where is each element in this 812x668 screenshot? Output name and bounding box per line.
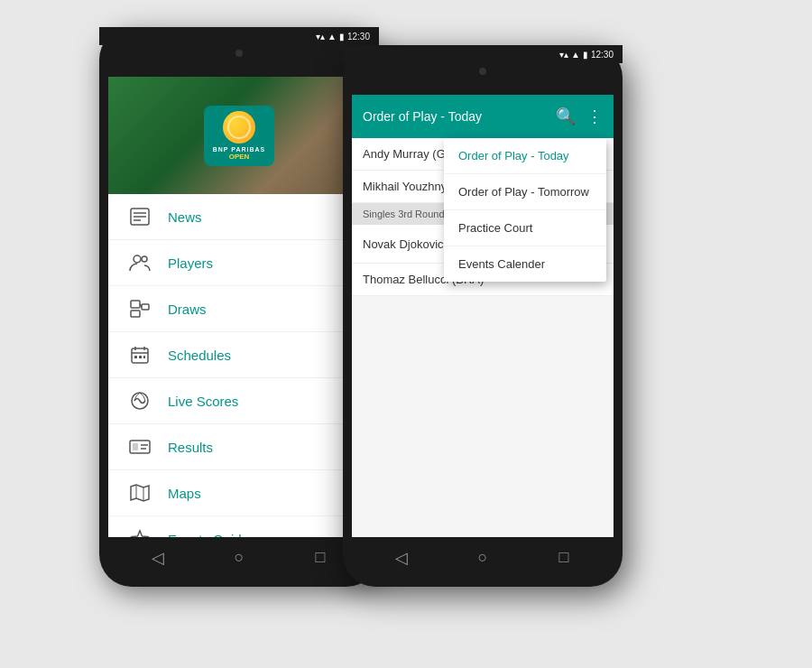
phone-2: ▾▴ ▲ ▮ 12:30 Order of Play - Today 🔍 ⋮ O… xyxy=(343,45,623,587)
svg-rect-14 xyxy=(134,356,137,358)
news-icon xyxy=(126,205,153,228)
svg-rect-6 xyxy=(131,301,140,308)
svg-rect-9 xyxy=(131,311,140,317)
phone-1: ▾▴ ▲ ▮ 12:30 BNP PARIBAS OPEN ⋮ xyxy=(99,27,379,587)
phone2-nav: ◁ ○ □ xyxy=(343,537,623,578)
players-icon xyxy=(126,251,153,274)
recent-button-1[interactable]: □ xyxy=(310,548,330,568)
home-button-1[interactable]: ○ xyxy=(229,548,249,568)
svg-rect-7 xyxy=(142,304,149,310)
svg-point-5 xyxy=(142,256,147,262)
more-options-icon-2[interactable]: ⋮ xyxy=(586,107,603,126)
app-bar: Order of Play - Today 🔍 ⋮ xyxy=(352,95,614,138)
appbar-icons: 🔍 ⋮ xyxy=(556,107,603,126)
dropdown-item-events[interactable]: Events Calender xyxy=(444,246,606,282)
open-text: OPEN xyxy=(229,153,250,161)
dropdown-item-today[interactable]: Order of Play - Today xyxy=(444,138,606,174)
recent-button-2[interactable]: □ xyxy=(554,548,574,568)
back-button-1[interactable]: ◁ xyxy=(148,548,168,568)
phone2-top xyxy=(343,58,623,85)
menu-item-players[interactable]: Players xyxy=(108,240,370,286)
schedules-label: Schedules xyxy=(168,348,231,363)
schedules-icon xyxy=(126,343,153,366)
bnp-text: BNP PARIBAS xyxy=(213,146,266,153)
draws-label: Draws xyxy=(168,302,207,317)
phone1-top xyxy=(99,40,379,67)
menu-item-events-guide[interactable]: Events Guide xyxy=(108,516,370,537)
appbar-title: Order of Play - Today xyxy=(363,109,556,124)
menu-item-news[interactable]: News xyxy=(108,194,370,240)
results-icon xyxy=(126,435,153,459)
camera-dot-2 xyxy=(479,68,486,75)
phone1-nav: ◁ ○ □ xyxy=(99,537,379,578)
back-button-2[interactable]: ◁ xyxy=(392,548,411,568)
header-image: BNP PARIBAS OPEN ⋮ xyxy=(108,77,370,194)
results-label: Results xyxy=(168,440,213,455)
camera-dot-1 xyxy=(235,50,243,57)
menu-item-live-scores[interactable]: Live Scores xyxy=(108,378,370,424)
logo-badge: BNP PARIBAS OPEN xyxy=(204,106,275,166)
dropdown-item-practice[interactable]: Practice Court xyxy=(444,210,606,246)
draws-icon xyxy=(126,297,153,320)
nav-menu: News Players xyxy=(108,194,370,537)
svg-rect-19 xyxy=(133,443,138,450)
live-scores-icon xyxy=(126,389,153,413)
live-scores-label: Live Scores xyxy=(168,394,238,409)
events-guide-icon xyxy=(126,527,153,537)
players-label: Players xyxy=(168,255,213,271)
maps-icon xyxy=(126,481,153,505)
menu-item-schedules[interactable]: Schedules xyxy=(108,332,370,378)
svg-point-4 xyxy=(134,255,141,263)
dropdown-item-tomorrow[interactable]: Order of Play - Tomorrow xyxy=(444,174,606,210)
dropdown-menu: Order of Play - Today Order of Play - To… xyxy=(444,138,606,282)
logo-ball xyxy=(223,111,255,144)
svg-rect-16 xyxy=(143,356,145,358)
phone1-screen: BNP PARIBAS OPEN ⋮ News xyxy=(108,77,370,537)
menu-item-draws[interactable]: Draws xyxy=(108,286,370,332)
maps-label: Maps xyxy=(168,486,201,501)
svg-rect-15 xyxy=(139,356,142,358)
menu-item-maps[interactable]: Maps xyxy=(108,470,370,516)
svg-marker-24 xyxy=(132,531,148,537)
phone2-screen: Order of Play - Today 🔍 ⋮ Order of Play … xyxy=(352,95,614,537)
news-label: News xyxy=(168,209,202,225)
home-button-2[interactable]: ○ xyxy=(473,548,493,568)
search-icon[interactable]: 🔍 xyxy=(556,107,576,126)
menu-item-results[interactable]: Results xyxy=(108,424,370,470)
